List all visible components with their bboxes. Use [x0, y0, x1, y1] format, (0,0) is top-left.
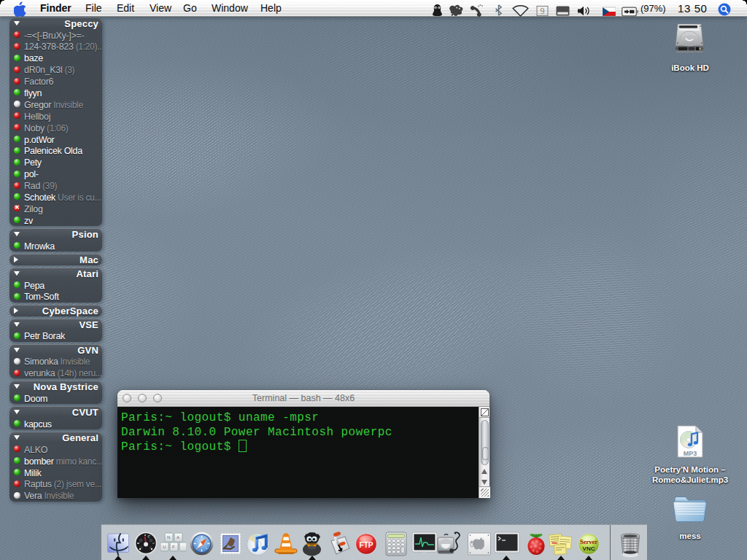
svg-text:A: A: [177, 535, 179, 540]
svg-text:MP3: MP3: [684, 450, 697, 457]
svg-text:N: N: [167, 535, 170, 540]
svg-text:U: U: [163, 545, 166, 549]
svg-text:FTP: FTP: [360, 541, 374, 549]
svg-text:Server: Server: [580, 538, 597, 545]
svg-text:VNC: VNC: [583, 545, 595, 552]
svg-text:9: 9: [541, 6, 545, 16]
svg-text:F: F: [172, 545, 175, 549]
